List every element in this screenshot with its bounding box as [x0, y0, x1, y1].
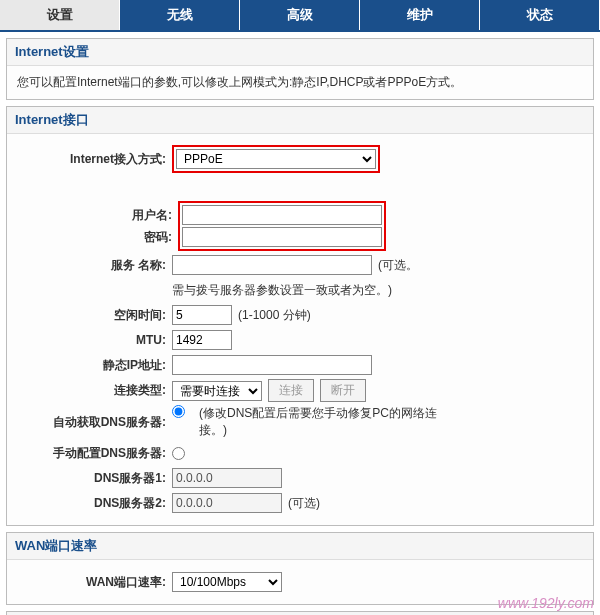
label-mtu: MTU:: [17, 333, 172, 347]
tab-status[interactable]: 状态: [480, 0, 600, 30]
hint-service-below: 需与拨号服务器参数设置一致或者为空。): [172, 282, 392, 299]
section-mac-clone: MAC地址克隆 使用缺省MAC地址 使用计算机MAC地址 手动指定MAC地址: [6, 611, 594, 615]
internet-settings-desc: 您可以配置Internet端口的参数,可以修改上网模式为:静态IP,DHCP或者…: [17, 75, 462, 89]
label-password: 密码:: [17, 226, 172, 248]
radio-auto-dns[interactable]: [172, 405, 185, 418]
connect-button[interactable]: 连接: [268, 379, 314, 402]
hint-dns2: (可选): [288, 495, 320, 512]
section-title-wan-rate: WAN端口速率: [7, 533, 593, 560]
label-service-name: 服务 名称:: [17, 257, 172, 274]
select-conn-type[interactable]: 需要时连接: [172, 381, 262, 401]
tab-settings[interactable]: 设置: [0, 0, 120, 30]
select-access-mode[interactable]: PPPoE: [176, 149, 376, 169]
input-dns1[interactable]: [172, 468, 282, 488]
main-tabs: 设置 无线 高级 维护 状态: [0, 0, 600, 32]
tab-wireless[interactable]: 无线: [120, 0, 240, 30]
section-wan-rate: WAN端口速率 WAN端口速率: 10/100Mbps: [6, 532, 594, 605]
disconnect-button[interactable]: 断开: [320, 379, 366, 402]
label-manual-dns: 手动配置DNS服务器:: [17, 445, 172, 462]
input-username[interactable]: [182, 205, 382, 225]
section-internet-interface: Internet接口 Internet接入方式: PPPoE 用户名: 密码:: [6, 106, 594, 526]
hint-service-right: (可选。: [378, 257, 418, 274]
label-access-mode: Internet接入方式:: [17, 151, 172, 168]
label-wan-rate: WAN端口速率:: [17, 574, 172, 591]
input-mtu[interactable]: [172, 330, 232, 350]
label-auto-dns: 自动获取DNS服务器:: [17, 414, 172, 431]
label-conn-type: 连接类型:: [17, 382, 172, 399]
section-title-internet-interface: Internet接口: [7, 107, 593, 134]
section-internet-settings: Internet设置 您可以配置Internet端口的参数,可以修改上网模式为:…: [6, 38, 594, 100]
select-wan-rate[interactable]: 10/100Mbps: [172, 572, 282, 592]
label-dns1: DNS服务器1:: [17, 470, 172, 487]
label-idle-time: 空闲时间:: [17, 307, 172, 324]
label-username: 用户名:: [17, 204, 172, 226]
tab-maintenance[interactable]: 维护: [360, 0, 480, 30]
input-service-name[interactable]: [172, 255, 372, 275]
input-password[interactable]: [182, 227, 382, 247]
hint-dns-note: (修改DNS配置后需要您手动修复PC的网络连接。): [199, 405, 459, 439]
input-idle-time[interactable]: [172, 305, 232, 325]
label-dns2: DNS服务器2:: [17, 495, 172, 512]
hint-idle: (1-1000 分钟): [238, 307, 311, 324]
input-static-ip[interactable]: [172, 355, 372, 375]
input-dns2[interactable]: [172, 493, 282, 513]
radio-manual-dns[interactable]: [172, 447, 185, 460]
label-static-ip: 静态IP地址:: [17, 357, 172, 374]
section-title-internet-settings: Internet设置: [7, 39, 593, 66]
tab-advanced[interactable]: 高级: [240, 0, 360, 30]
